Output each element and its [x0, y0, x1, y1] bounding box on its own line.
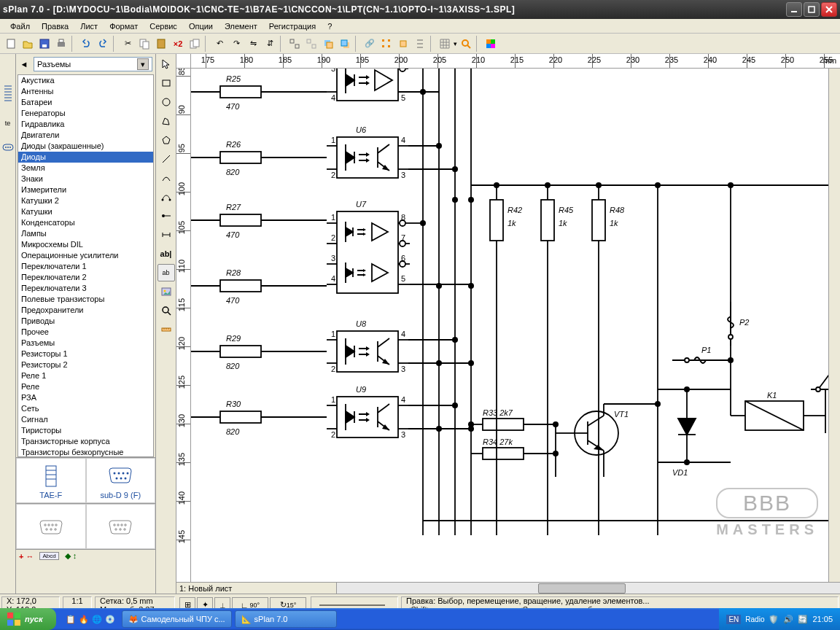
category-item[interactable]: Микросхемы DIL [18, 239, 153, 250]
schematic-canvas[interactable]: R25470R26820R27470R28470R29820R308203845… [191, 69, 828, 582]
align-icon[interactable] [378, 36, 394, 52]
flip-v-icon[interactable]: ⇵ [262, 36, 278, 52]
ql-icon-4[interactable]: 💿 [104, 613, 116, 625]
ql-icon-2[interactable]: 🔥 [78, 613, 90, 625]
new-icon[interactable] [3, 36, 19, 52]
rotate-left-icon[interactable]: ↶ [211, 36, 228, 52]
category-item[interactable]: Разъемы [18, 338, 153, 349]
category-item[interactable]: Земля [18, 163, 153, 174]
category-item[interactable]: РЗА [18, 392, 153, 403]
symbol-blank2[interactable] [86, 504, 156, 549]
tray-icon-2[interactable]: 🔊 [783, 615, 793, 624]
symbol-subd9[interactable]: sub-D 9 (F) [86, 458, 156, 503]
category-item[interactable]: Катушки 2 [18, 195, 153, 206]
connector2-icon[interactable] [1, 141, 15, 155]
bezier-tool-icon[interactable] [158, 188, 175, 206]
category-item[interactable]: Полевые транзисторы [18, 294, 153, 305]
close-button[interactable] [821, 2, 837, 17]
category-item[interactable]: Знаки [18, 174, 153, 184]
circle-tool-icon[interactable] [158, 93, 175, 111]
paste-icon[interactable] [153, 36, 169, 52]
category-item[interactable]: Резисторы 2 [18, 359, 153, 370]
category-item[interactable]: Генераторы [18, 108, 153, 119]
menu-Правка[interactable]: Правка [36, 20, 74, 32]
print-icon[interactable] [53, 36, 69, 52]
category-item[interactable]: Диоды [18, 152, 153, 163]
measure-tool-icon[interactable] [158, 321, 175, 338]
horizontal-scrollbar[interactable] [337, 583, 840, 594]
ungroup-icon[interactable] [303, 36, 319, 52]
category-item[interactable]: Антенны [18, 86, 153, 97]
find-icon[interactable] [412, 36, 428, 52]
front-icon[interactable] [320, 36, 336, 52]
group-icon[interactable] [287, 36, 303, 52]
category-dropdown[interactable]: Разъемы ▾ [34, 57, 152, 71]
redo-icon[interactable] [95, 36, 111, 52]
tray-icon-1[interactable]: 🛡️ [769, 615, 779, 624]
menu-?[interactable]: ? [322, 20, 338, 32]
menu-Регистрация[interactable]: Регистрация [263, 20, 322, 32]
curve-tool-icon[interactable] [158, 169, 175, 187]
category-item[interactable]: Прочее [18, 327, 153, 338]
image-tool-icon[interactable] [158, 283, 175, 300]
category-item[interactable]: Реле 1 [18, 370, 153, 381]
category-item[interactable]: Конденсаторы [18, 217, 153, 228]
flip-h-icon[interactable]: ⇋ [245, 36, 261, 52]
connector-icon[interactable] [1, 83, 15, 105]
symbol-tae-f[interactable]: TAE-F [16, 458, 86, 503]
tray-icon-3[interactable]: 🔄 [798, 615, 808, 624]
menu-Элемент[interactable]: Элемент [219, 20, 263, 32]
dimension-tool-icon[interactable] [158, 226, 175, 244]
category-item[interactable]: Двигатели [18, 130, 153, 141]
menu-Сервис[interactable]: Сервис [144, 20, 183, 32]
category-item[interactable]: Переключатели 3 [18, 283, 153, 294]
category-list[interactable]: АкустикаАнтенныБатареиГенераторыГидравли… [18, 74, 154, 457]
menu-Файл[interactable]: Файл [4, 20, 36, 32]
line-tool-icon[interactable] [158, 150, 175, 168]
rotate-right-icon[interactable]: ↷ [228, 36, 244, 52]
category-item[interactable]: Лампы [18, 228, 153, 239]
minimize-button[interactable] [786, 2, 802, 17]
ql-icon-3[interactable]: 🌐 [91, 613, 103, 625]
category-item[interactable]: Тиристоры [18, 425, 153, 436]
undo-icon[interactable] [78, 36, 94, 52]
tray-radio[interactable]: Radio [745, 615, 764, 623]
category-item[interactable]: Измерители [18, 184, 153, 195]
category-item[interactable]: Операционные усилители [18, 250, 153, 261]
symbol-blank1[interactable] [16, 504, 86, 549]
start-button[interactable]: пуск [0, 608, 56, 630]
taskbar-app-2[interactable]: 📐sPlan 7.0 [235, 610, 337, 628]
category-item[interactable]: Резисторы 1 [18, 349, 153, 359]
grid-icon[interactable] [437, 36, 453, 52]
sheet-tab[interactable]: 1: Новый лист [176, 583, 337, 594]
rect-tool-icon[interactable] [158, 74, 175, 92]
taskbar-app-1[interactable]: 🦊Самодельный ЧПУ с... [122, 610, 232, 628]
zoom-icon[interactable] [458, 36, 474, 52]
category-item[interactable]: Приводы [18, 316, 153, 327]
shape-tool-icon[interactable] [158, 131, 175, 149]
text-tool-icon[interactable]: ab| [158, 245, 175, 262]
zoom-tool-icon[interactable] [158, 302, 175, 319]
component-icon[interactable] [395, 36, 411, 52]
category-item[interactable]: Диоды (закрашенные) [18, 141, 153, 152]
save-icon[interactable] [36, 36, 52, 52]
label-tool-icon[interactable]: ab [158, 264, 175, 281]
pointer-tool-icon[interactable] [158, 55, 175, 73]
category-item[interactable]: Транзисторы безкорпусные [18, 447, 153, 457]
category-item[interactable]: Катушки [18, 206, 153, 217]
node-tool-icon[interactable] [158, 207, 175, 225]
category-item[interactable]: Реле [18, 381, 153, 392]
category-item[interactable]: Переключатели 2 [18, 272, 153, 283]
lib-prev-icon[interactable]: ◄ [18, 58, 31, 71]
cut-icon[interactable]: ✂ [120, 36, 136, 52]
vertical-scrollbar[interactable] [828, 69, 840, 582]
category-item[interactable]: Акустика [18, 75, 153, 86]
back-icon[interactable] [337, 36, 353, 52]
poly-tool-icon[interactable] [158, 112, 175, 130]
category-item[interactable]: Батареи [18, 97, 153, 108]
menu-Опции[interactable]: Опции [183, 20, 219, 32]
maximize-button[interactable] [804, 2, 820, 17]
tray-time[interactable]: 21:05 [812, 615, 833, 623]
category-item[interactable]: Предохранители [18, 305, 153, 316]
category-item[interactable]: Переключатели 1 [18, 261, 153, 272]
